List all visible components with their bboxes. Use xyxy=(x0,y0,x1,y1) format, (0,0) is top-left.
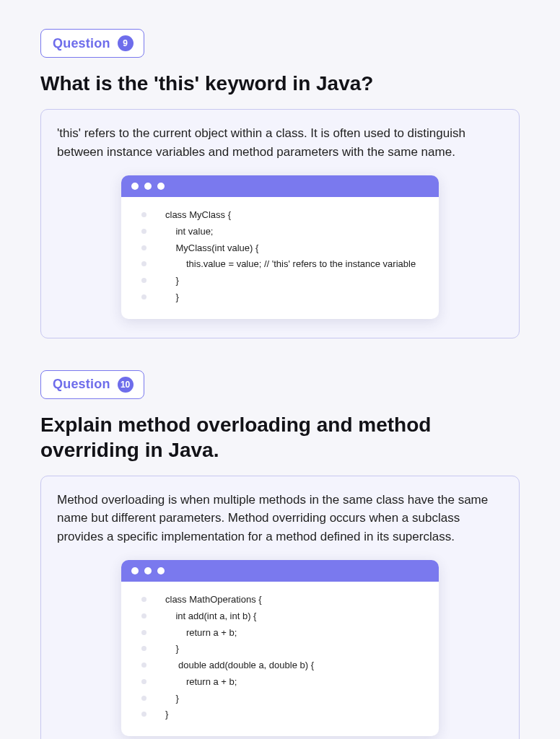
code-text: } xyxy=(165,273,179,289)
code-text: } xyxy=(165,289,179,306)
gutter-dot-icon xyxy=(141,229,146,234)
code-body: class MathOperations { int add(int a, in… xyxy=(121,582,439,736)
question-block: Question9What is the 'this' keyword in J… xyxy=(40,29,520,338)
code-titlebar xyxy=(121,560,439,582)
gutter-dot-icon xyxy=(141,663,146,668)
gutter-dot-icon xyxy=(141,212,146,217)
code-line: return a + b; xyxy=(141,625,432,642)
window-dot-icon xyxy=(144,183,152,190)
code-line: } xyxy=(141,641,432,657)
code-line: class MathOperations { xyxy=(141,592,432,608)
gutter-dot-icon xyxy=(141,278,146,283)
code-text: this.value = value; // 'this' refers to … xyxy=(165,256,416,273)
gutter-dot-icon xyxy=(141,261,146,266)
question-badge: Question10 xyxy=(40,370,144,399)
answer-card: Method overloading is when multiple meth… xyxy=(40,476,520,740)
code-line: } xyxy=(141,289,432,306)
question-number: 10 xyxy=(118,377,134,393)
code-window: class MathOperations { int add(int a, in… xyxy=(121,560,439,736)
code-line: double add(double a, double b) { xyxy=(141,657,432,674)
answer-card: 'this' refers to the current object with… xyxy=(40,109,520,338)
answer-text: Method overloading is when multiple meth… xyxy=(57,491,503,546)
code-text: int value; xyxy=(165,224,214,240)
gutter-dot-icon xyxy=(141,597,146,602)
gutter-dot-icon xyxy=(141,679,146,684)
question-title: What is the 'this' keyword in Java? xyxy=(40,71,520,96)
gutter-dot-icon xyxy=(141,696,146,701)
gutter-dot-icon xyxy=(141,613,146,618)
code-text: } xyxy=(165,641,179,657)
code-text: } xyxy=(165,691,179,707)
gutter-dot-icon xyxy=(141,294,146,299)
question-block: Question10Explain method overloading and… xyxy=(40,370,520,740)
gutter-dot-icon xyxy=(141,630,146,635)
window-dot-icon xyxy=(144,567,152,574)
question-label: Question xyxy=(53,36,110,51)
code-text: return a + b; xyxy=(165,625,237,642)
code-line: int add(int a, int b) { xyxy=(141,608,432,625)
code-line: int value; xyxy=(141,224,432,240)
code-line: class MyClass { xyxy=(141,207,432,224)
question-badge: Question9 xyxy=(40,29,144,58)
code-window: class MyClass { int value; MyClass(int v… xyxy=(121,175,439,319)
gutter-dot-icon xyxy=(141,245,146,250)
window-dot-icon xyxy=(157,183,165,190)
code-text: class MathOperations { xyxy=(165,592,262,608)
code-text: double add(double a, double b) { xyxy=(165,657,314,674)
question-title: Explain method overloading and method ov… xyxy=(40,412,520,463)
question-number: 9 xyxy=(118,35,134,51)
window-dot-icon xyxy=(157,567,165,574)
question-label: Question xyxy=(53,377,110,392)
code-text: MyClass(int value) { xyxy=(165,240,258,257)
code-text: } xyxy=(165,707,168,723)
code-line: } xyxy=(141,691,432,707)
code-line: } xyxy=(141,707,432,723)
code-text: class MyClass { xyxy=(165,207,231,224)
window-dot-icon xyxy=(131,567,139,574)
code-line: return a + b; xyxy=(141,674,432,691)
answer-text: 'this' refers to the current object with… xyxy=(57,124,503,161)
gutter-dot-icon xyxy=(141,712,146,717)
code-titlebar xyxy=(121,175,439,197)
code-text: return a + b; xyxy=(165,674,237,691)
code-line: } xyxy=(141,273,432,289)
gutter-dot-icon xyxy=(141,646,146,651)
code-body: class MyClass { int value; MyClass(int v… xyxy=(121,197,439,319)
code-line: this.value = value; // 'this' refers to … xyxy=(141,256,432,273)
code-line: MyClass(int value) { xyxy=(141,240,432,257)
window-dot-icon xyxy=(131,183,139,190)
code-text: int add(int a, int b) { xyxy=(165,608,256,625)
